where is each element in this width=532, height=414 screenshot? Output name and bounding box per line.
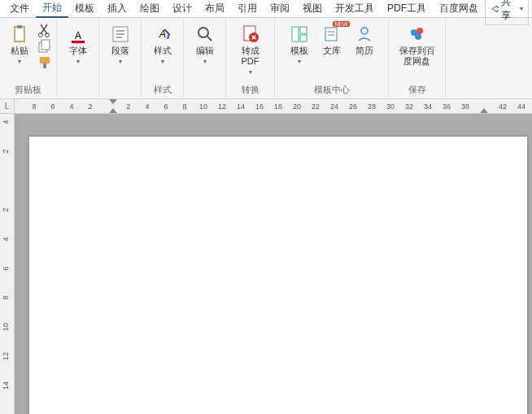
svg-point-25 — [361, 28, 368, 34]
ruler-tick: 30 — [386, 102, 395, 111]
chevron-down-icon: ▾ — [161, 58, 164, 65]
ruler-tick: 28 — [368, 102, 376, 111]
tab-baidu[interactable]: 百度网盘 — [433, 0, 485, 17]
convert-group-label: 转换 — [229, 81, 271, 98]
menu-tabs: 文件 开始 模板 插入 绘图 设计 布局 引用 审阅 视图 开发工具 PDF工具… — [0, 0, 532, 18]
format-painter-icon[interactable] — [37, 55, 52, 70]
svg-rect-1 — [17, 25, 22, 28]
clipboard-group-label: 剪贴板 — [3, 81, 53, 98]
share-button[interactable]: 共享 ▾ — [485, 0, 529, 25]
template-icon — [290, 24, 309, 44]
editing-button[interactable]: 编辑 ▾ — [190, 23, 220, 67]
tab-view[interactable]: 视图 — [296, 0, 329, 17]
chevron-down-icon: ▾ — [203, 58, 207, 65]
vertical-ruler[interactable]: 422468101214 — [0, 114, 15, 414]
tab-review[interactable]: 审阅 — [264, 0, 296, 17]
group-clipboard: 粘贴 ▾ 剪贴板 — [0, 18, 57, 98]
svg-rect-9 — [72, 41, 85, 43]
paragraph-label: 段落 — [111, 46, 129, 56]
tab-home[interactable]: 开始 — [36, 0, 68, 18]
share-label: 共享 — [501, 0, 517, 23]
ruler-tick: 42 — [499, 102, 507, 111]
tab-design[interactable]: 设计 — [166, 0, 198, 17]
resume-label: 简历 — [355, 46, 373, 56]
ruler-tick: 8 — [2, 295, 10, 299]
svg-point-28 — [415, 33, 421, 40]
share-icon — [491, 4, 499, 14]
svg-line-16 — [207, 37, 211, 41]
indent-marker-bottom[interactable] — [109, 108, 117, 113]
svg-rect-7 — [43, 63, 46, 68]
ruler-tick: 36 — [443, 102, 451, 111]
to-pdf-button[interactable]: 转成PDF ▾ — [229, 23, 271, 77]
paste-button[interactable]: 粘贴 ▾ — [5, 23, 34, 67]
document-area — [15, 114, 532, 414]
ruler-tick: 12 — [2, 352, 10, 360]
horizontal-ruler[interactable]: 8642246810121416182022242628303234363842… — [15, 99, 532, 114]
indent-marker-top[interactable] — [109, 99, 117, 104]
font-icon: A — [68, 24, 88, 44]
editing-label: 编辑 — [196, 46, 214, 56]
ruler-tick: 34 — [424, 102, 432, 111]
library-button[interactable]: NEW 文库 — [317, 23, 347, 58]
tab-references[interactable]: 引用 — [231, 0, 264, 17]
styles-label: 样式 — [154, 46, 172, 56]
right-indent-marker[interactable] — [480, 108, 488, 113]
tab-developer[interactable]: 开发工具 — [329, 0, 381, 17]
tab-draw[interactable]: 绘图 — [133, 0, 166, 17]
template-label: 模板 — [290, 46, 308, 56]
chevron-down-icon: ▾ — [76, 58, 80, 65]
cloud-icon — [408, 24, 427, 44]
tab-template[interactable]: 模板 — [68, 0, 101, 17]
paragraph-group-label — [102, 94, 137, 98]
clipboard-icon — [10, 24, 29, 44]
library-label: 文库 — [323, 46, 341, 56]
ruler-tick: 22 — [312, 102, 320, 111]
svg-rect-20 — [300, 27, 307, 33]
ruler-tick: 2 — [126, 102, 130, 111]
cut-icon[interactable] — [37, 23, 52, 37]
ruler-tick: 8 — [32, 102, 36, 111]
template-center-group-label: 模板中心 — [278, 81, 385, 98]
svg-rect-5 — [41, 40, 50, 50]
styles-button[interactable]: A 样式 ▾ — [148, 23, 177, 67]
tab-file[interactable]: 文件 — [3, 0, 36, 17]
chevron-down-icon: ▾ — [298, 58, 301, 65]
ruler-tick: 2 — [2, 149, 10, 153]
ruler-tick: 10 — [199, 102, 207, 111]
ruler-tick: 4 — [145, 102, 149, 111]
svg-text:A: A — [74, 30, 81, 41]
tab-pdf[interactable]: PDF工具 — [381, 0, 433, 17]
paste-label: 粘贴 — [11, 46, 28, 56]
tab-insert[interactable]: 插入 — [101, 0, 133, 17]
resume-button[interactable]: 简历 — [350, 23, 379, 58]
save-baidu-button[interactable]: 保存到百度网盘 — [390, 23, 444, 68]
editing-group-label — [187, 94, 222, 98]
ruler-tick: 2 — [88, 102, 92, 111]
svg-rect-19 — [292, 27, 299, 41]
ruler-corner[interactable]: L — [0, 99, 15, 114]
ribbon: 粘贴 ▾ 剪贴板 A 字体 ▾ 段落 ▾ — [0, 18, 532, 99]
ruler-tick: 8 — [182, 102, 186, 111]
ruler-tick: 38 — [461, 102, 469, 111]
font-group-label — [60, 94, 95, 98]
svg-point-27 — [416, 28, 423, 34]
group-save: 保存到百度网盘 保存 — [389, 18, 446, 98]
font-button[interactable]: A 字体 ▾ — [63, 23, 93, 67]
ruler-tick: 12 — [218, 102, 226, 111]
to-pdf-label: 转成PDF — [234, 46, 266, 67]
group-paragraph: 段落 ▾ — [99, 18, 142, 98]
tab-layout[interactable]: 布局 — [198, 0, 231, 17]
ruler-tick: 16 — [255, 102, 264, 111]
template-button[interactable]: 模板 ▾ — [285, 23, 314, 67]
pdf-icon — [241, 24, 260, 44]
ruler-tick: 14 — [237, 102, 245, 111]
ruler-tick: 18 — [274, 102, 282, 111]
copy-icon[interactable] — [37, 39, 52, 54]
ruler-tick: 10 — [2, 323, 10, 331]
paragraph-button[interactable]: 段落 ▾ — [106, 23, 135, 67]
ruler-tick: 44 — [517, 102, 525, 111]
document-page[interactable] — [29, 137, 527, 414]
chevron-down-icon: ▾ — [520, 5, 523, 12]
ruler-tick: 2 — [2, 207, 10, 211]
